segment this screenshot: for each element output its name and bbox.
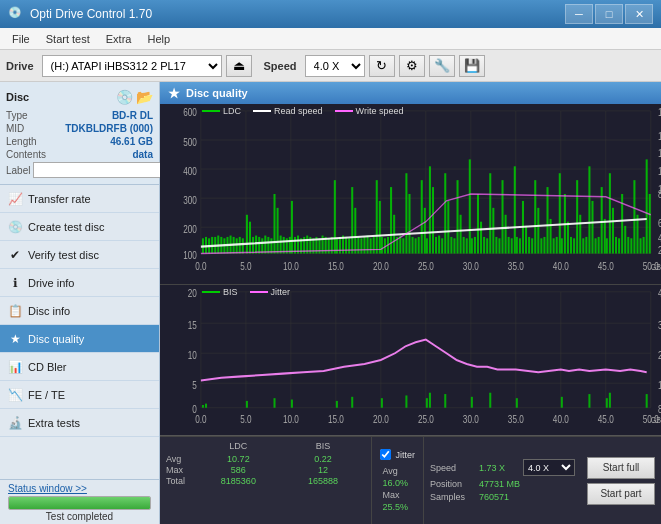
disc-quality-icon: ★ — [8, 332, 22, 346]
svg-rect-178 — [604, 219, 606, 254]
jitter-checkbox[interactable] — [380, 449, 391, 460]
svg-rect-188 — [633, 180, 635, 253]
disc-icon-1[interactable]: 💿 — [115, 88, 133, 106]
samples-val: 760571 — [479, 492, 509, 502]
svg-rect-121 — [432, 187, 434, 253]
minimize-button[interactable]: ─ — [565, 4, 593, 24]
svg-rect-192 — [646, 159, 648, 253]
svg-text:500: 500 — [183, 135, 197, 148]
cd-bler-icon: 📊 — [8, 360, 22, 374]
svg-text:600: 600 — [183, 106, 197, 119]
sidebar-item-create-test-disc[interactable]: 💿 Create test disc — [0, 213, 159, 241]
svg-rect-155 — [534, 180, 536, 253]
sidebar-item-fe-te[interactable]: 📉 FE / TE — [0, 381, 159, 409]
settings-button[interactable]: ⚙ — [399, 55, 425, 77]
eject-button[interactable]: ⏏ — [226, 55, 252, 77]
svg-rect-69 — [277, 208, 279, 254]
disc-icon-2[interactable]: 📂 — [135, 88, 153, 106]
sidebar-item-label: Create test disc — [28, 221, 104, 233]
svg-rect-127 — [450, 237, 452, 254]
svg-rect-130 — [460, 215, 462, 254]
svg-rect-169 — [576, 180, 578, 253]
svg-rect-157 — [540, 238, 542, 253]
svg-rect-239 — [351, 397, 353, 408]
status-bar: Status window >> Test completed — [0, 479, 159, 524]
svg-rect-145 — [505, 215, 507, 254]
svg-rect-66 — [267, 237, 269, 254]
svg-rect-115 — [415, 238, 417, 253]
svg-rect-114 — [412, 237, 414, 254]
svg-rect-176 — [598, 237, 600, 254]
sidebar-item-verify-test-disc[interactable]: ✔ Verify test disc — [0, 241, 159, 269]
svg-rect-102 — [376, 180, 378, 253]
status-window-button[interactable]: Status window >> — [8, 483, 87, 494]
svg-text:10.0: 10.0 — [283, 413, 299, 425]
save-button[interactable]: 💾 — [459, 55, 485, 77]
menu-extra[interactable]: Extra — [98, 31, 140, 47]
svg-text:30.0: 30.0 — [463, 413, 479, 425]
disc-quality-title: Disc quality — [186, 87, 248, 99]
svg-rect-60 — [249, 222, 251, 254]
start-full-button[interactable]: Start full — [587, 457, 655, 479]
disc-panel: Disc 💿 📂 Type BD-R DL MID TDKBLDRFB (000… — [0, 82, 159, 185]
sidebar-item-disc-info[interactable]: 📋 Disc info — [0, 297, 159, 325]
svg-rect-154 — [531, 238, 533, 253]
max-ldc: 586 — [196, 465, 281, 475]
svg-text:40.0: 40.0 — [553, 260, 569, 273]
refresh-button[interactable]: ↻ — [369, 55, 395, 77]
speed-stat-select[interactable]: 4.0 X — [523, 459, 575, 476]
svg-rect-158 — [543, 237, 545, 254]
svg-rect-61 — [252, 237, 254, 254]
sidebar-item-transfer-rate[interactable]: 📈 Transfer rate — [0, 185, 159, 213]
transfer-rate-icon: 📈 — [8, 192, 22, 206]
menu-file[interactable]: File — [4, 31, 38, 47]
disc-info-icon: 📋 — [8, 304, 22, 318]
svg-rect-191 — [643, 237, 645, 254]
speed-stat-val: 1.73 X — [479, 463, 519, 473]
svg-rect-238 — [336, 401, 338, 408]
sidebar-item-drive-info[interactable]: ℹ Drive info — [0, 269, 159, 297]
svg-text:40.0: 40.0 — [553, 413, 569, 425]
svg-text:GB: GB — [651, 414, 661, 425]
type-key: Type — [6, 110, 28, 121]
close-button[interactable]: ✕ — [625, 4, 653, 24]
tools-button[interactable]: 🔧 — [429, 55, 455, 77]
speed-label: Speed — [264, 60, 297, 72]
svg-rect-70 — [280, 236, 282, 254]
svg-rect-143 — [498, 238, 500, 253]
menu-start-test[interactable]: Start test — [38, 31, 98, 47]
sidebar-item-disc-quality[interactable]: ★ Disc quality — [0, 325, 159, 353]
app-icon: 💿 — [8, 6, 24, 22]
label-input[interactable] — [33, 162, 166, 178]
svg-rect-62 — [255, 236, 257, 254]
svg-rect-187 — [630, 238, 632, 253]
svg-rect-100 — [370, 238, 372, 253]
drive-select[interactable]: (H:) ATAPI iHBS312 2 PL17 — [42, 55, 222, 77]
svg-rect-88 — [334, 180, 336, 253]
sidebar-item-extra-tests[interactable]: 🔬 Extra tests — [0, 409, 159, 437]
sidebar-item-label: Disc quality — [28, 333, 84, 345]
svg-text:45.0: 45.0 — [598, 260, 614, 273]
speed-select[interactable]: 4.0 X MAX 1.0 X 2.0 X 8.0 X — [305, 55, 365, 77]
svg-rect-244 — [444, 394, 446, 408]
maximize-button[interactable]: □ — [595, 4, 623, 24]
svg-text:25.0: 25.0 — [418, 413, 434, 425]
start-part-button[interactable]: Start part — [587, 483, 655, 505]
charts-container: LDC Read speed Write speed — [160, 104, 661, 524]
row-label-avg: Avg — [166, 454, 196, 464]
app-title: Opti Drive Control 1.70 — [30, 7, 152, 21]
sidebar-item-cd-bler[interactable]: 📊 CD Bler — [0, 353, 159, 381]
sidebar-item-label: Verify test disc — [28, 249, 99, 261]
svg-rect-136 — [477, 194, 479, 254]
speed-stat-label: Speed — [430, 463, 475, 473]
svg-rect-245 — [471, 397, 473, 408]
svg-text:35.0: 35.0 — [508, 413, 524, 425]
menu-help[interactable]: Help — [139, 31, 178, 47]
svg-text:35.0: 35.0 — [508, 260, 524, 273]
svg-rect-194 — [160, 285, 661, 435]
mid-val: TDKBLDRFB (000) — [65, 123, 153, 134]
legend-write-speed: Write speed — [356, 106, 404, 116]
svg-rect-249 — [588, 394, 590, 408]
svg-rect-183 — [618, 238, 620, 253]
svg-rect-95 — [354, 208, 356, 254]
